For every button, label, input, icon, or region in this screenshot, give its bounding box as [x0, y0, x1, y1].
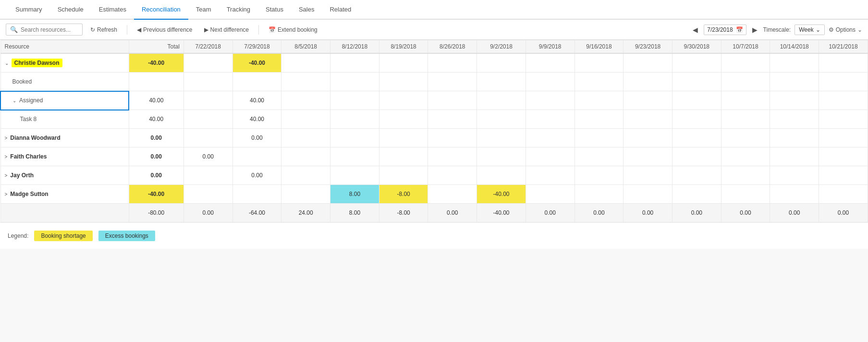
date-cell-christie-3	[330, 53, 379, 73]
date-next-button[interactable]: ▶	[750, 25, 759, 35]
calendar-icon: 📅	[269, 26, 276, 33]
prev-difference-button[interactable]: ◀ Previous difference	[133, 24, 196, 35]
total-cell-assigned: 40.00	[129, 91, 183, 110]
prev-arrow-icon: ◀	[137, 26, 141, 33]
header-date-6: 9/2/2018	[477, 40, 526, 54]
table-row: ⌄ Christie Dawson -40.00 -40.00	[0, 53, 868, 73]
next-difference-button[interactable]: ▶ Next difference	[200, 24, 253, 35]
date-cell-christie-6	[477, 53, 526, 73]
table-row: Task 8 40.00 40.00	[0, 110, 868, 129]
next-arrow-icon: ▶	[204, 26, 208, 33]
table-row: > Dianna Woodward 0.00 0.00	[0, 129, 868, 147]
tab-schedule[interactable]: Schedule	[50, 0, 91, 20]
timescale-label: Timescale:	[763, 26, 791, 33]
total-cell-task8: 40.00	[129, 110, 183, 129]
header-date-10: 9/30/2018	[672, 40, 721, 54]
assigned-label: Assigned	[19, 97, 43, 104]
refresh-button[interactable]: ↻ Refresh	[86, 24, 121, 35]
header-date-9: 9/23/2018	[623, 40, 672, 54]
chevron-down-icon: ⌄	[816, 26, 820, 33]
total-cell-dianna: 0.00	[129, 129, 183, 147]
legend-excess: Excess bookings	[98, 231, 155, 241]
task8-label: Task 8	[20, 116, 37, 122]
expand-icon-assigned[interactable]: ⌄	[12, 98, 16, 103]
date-cell-christie-0	[183, 53, 232, 73]
expand-icon-dianna[interactable]: >	[5, 135, 8, 141]
table-row: ⌄ Assigned 40.00 40.00	[0, 91, 868, 110]
table-row: > Faith Charles 0.00 0.00	[0, 147, 868, 166]
date-cell-christie-8	[575, 53, 623, 73]
date-cell-christie-1: -40.00	[232, 53, 281, 73]
tab-sales[interactable]: Sales	[291, 0, 322, 20]
options-chevron-icon: ⌄	[857, 26, 862, 33]
header-date-3: 8/12/2018	[330, 40, 379, 54]
toolbar: 🔍 ↻ Refresh ◀ Previous difference ▶ Next…	[0, 20, 868, 40]
header-date-13: 10/21/2018	[819, 40, 868, 54]
date-cell-christie-7	[526, 53, 575, 73]
table-row: Booked	[0, 73, 868, 91]
header-date-1: 7/29/2018	[232, 40, 281, 54]
header-date-0: 7/22/2018	[183, 40, 232, 54]
header-resource: Resource	[0, 40, 129, 54]
toolbar-separator-1	[127, 25, 127, 35]
expand-icon-jay[interactable]: >	[5, 173, 8, 178]
expand-icon-madge[interactable]: >	[5, 192, 8, 197]
search-icon: 🔍	[10, 26, 18, 33]
date-cell-christie-10	[672, 53, 721, 73]
header-date-7: 9/9/2018	[526, 40, 575, 54]
resource-cell-dianna: > Dianna Woodward	[0, 129, 129, 147]
date-cell-christie-12	[770, 53, 819, 73]
toolbar-separator-2	[258, 25, 259, 35]
header-date-11: 10/7/2018	[721, 40, 770, 54]
grand-total-cell: -80.00	[129, 204, 183, 222]
refresh-icon: ↻	[90, 26, 95, 33]
resource-cell-faith: > Faith Charles	[0, 147, 129, 166]
tab-tracking[interactable]: Tracking	[219, 0, 258, 20]
toolbar-right: ◀ 7/23/2018 📅 ▶ Timescale: Week ⌄ ⚙ Opti…	[691, 24, 862, 35]
timescale-select[interactable]: Week ⌄	[795, 24, 824, 35]
extend-booking-button[interactable]: 📅 Extend booking	[265, 24, 321, 35]
resource-cell-christie: ⌄ Christie Dawson	[0, 53, 129, 73]
gear-icon: ⚙	[829, 26, 834, 33]
calendar-icon-small: 📅	[736, 26, 743, 33]
booked-label: Booked	[12, 78, 32, 85]
date-cell-christie-2	[281, 53, 330, 73]
madge-label: Madge Sutton	[10, 191, 48, 197]
date-cell-christie-11	[721, 53, 770, 73]
search-box[interactable]: 🔍	[6, 24, 83, 36]
tab-reconciliation[interactable]: Reconciliation	[134, 0, 188, 20]
header-date-8: 9/16/2018	[575, 40, 623, 54]
nav-tabs: Summary Schedule Estimates Reconciliatio…	[0, 0, 868, 20]
tab-estimates[interactable]: Estimates	[91, 0, 134, 20]
grid-wrapper: Resource Total 7/22/2018 7/29/2018 8/5/2…	[0, 40, 868, 222]
header-total: Total	[129, 40, 183, 54]
date-input-wrap[interactable]: 7/23/2018 📅	[704, 24, 746, 35]
tab-related[interactable]: Related	[322, 0, 359, 20]
resource-cell-assigned: ⌄ Assigned	[0, 91, 129, 110]
date-cell-christie-4	[379, 53, 428, 73]
expand-icon-faith[interactable]: >	[5, 154, 8, 159]
date-cell-christie-5	[428, 53, 477, 73]
tabs-container: Summary Schedule Estimates Reconciliatio…	[0, 0, 868, 19]
tab-team[interactable]: Team	[188, 0, 219, 20]
total-cell-jay: 0.00	[129, 166, 183, 185]
date-prev-button[interactable]: ◀	[691, 25, 700, 35]
date-value: 7/23/2018	[707, 26, 733, 33]
grid-header-row: Resource Total 7/22/2018 7/29/2018 8/5/2…	[0, 40, 868, 54]
options-button[interactable]: ⚙ Options ⌄	[829, 26, 862, 33]
total-row: -80.00 0.00 -64.00 24.00 8.00 -8.00 0.00…	[0, 204, 868, 222]
resource-cell-jay: > Jay Orth	[0, 166, 129, 185]
dianna-label: Dianna Woodward	[10, 134, 60, 141]
resource-cell-task8: Task 8	[0, 110, 129, 129]
total-cell-booked	[129, 73, 183, 91]
tab-status[interactable]: Status	[258, 0, 291, 20]
header-date-12: 10/14/2018	[770, 40, 819, 54]
legend-shortage: Booking shortage	[34, 231, 92, 241]
table-row: > Madge Sutton -40.00 8.00 -8.00 -40.00	[0, 185, 868, 204]
tab-summary[interactable]: Summary	[8, 0, 50, 20]
table-row: > Jay Orth 0.00 0.00	[0, 166, 868, 185]
total-label-cell	[0, 204, 129, 222]
legend-label: Legend:	[8, 232, 28, 239]
expand-icon-christie[interactable]: ⌄	[5, 61, 9, 66]
search-input[interactable]	[21, 26, 78, 33]
